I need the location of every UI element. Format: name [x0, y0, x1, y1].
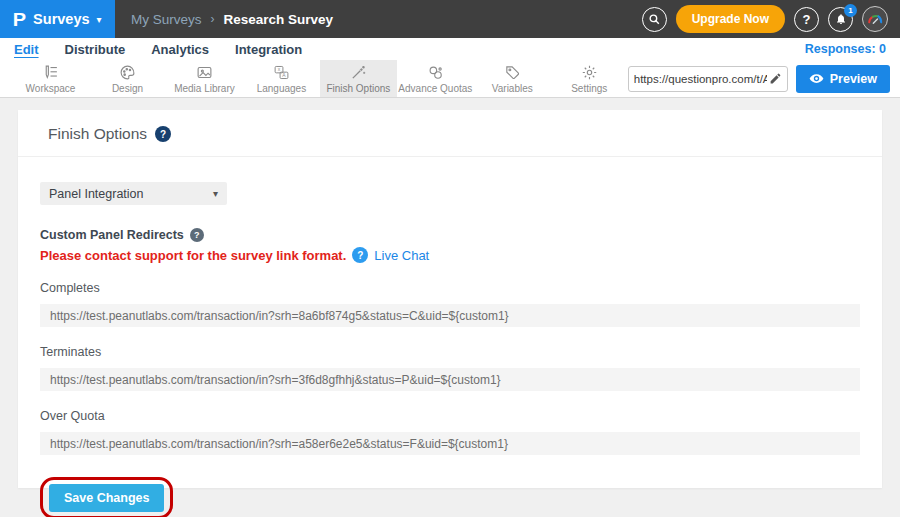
save-area: Save Changes: [40, 477, 860, 517]
page-title: Finish Options: [48, 125, 147, 143]
tab-analytics[interactable]: Analytics: [151, 42, 209, 57]
toolbar-tab-languages[interactable]: x A Languages: [243, 60, 320, 97]
palette-icon: [119, 64, 136, 81]
toolbar-tab-settings[interactable]: Settings: [551, 60, 628, 97]
chain-link-icon: [427, 64, 444, 81]
custom-panel-redirects-row: Custom Panel Redirects ?: [40, 228, 860, 242]
gear-icon: [581, 64, 598, 81]
image-icon: [196, 64, 213, 81]
svg-text:A: A: [282, 73, 286, 78]
live-chat-help-icon[interactable]: ?: [352, 247, 368, 263]
account-avatar[interactable]: [862, 6, 888, 32]
toolbar-tab-advance-quotas[interactable]: Advance Quotas: [397, 60, 474, 97]
terminates-url-input[interactable]: [40, 368, 860, 391]
support-note-text: Please contact support for the survey li…: [40, 248, 346, 263]
tab-integration[interactable]: Integration: [235, 42, 302, 57]
responses-count[interactable]: Responses: 0: [805, 42, 886, 56]
tab-edit[interactable]: Edit: [14, 42, 39, 57]
translate-icon: x A: [273, 64, 290, 81]
finish-options-help-icon[interactable]: ?: [155, 126, 171, 142]
toolbar-tab-label: Advance Quotas: [398, 83, 472, 94]
notification-count-badge: 1: [844, 4, 857, 17]
avatar-gauge-icon: [865, 9, 885, 29]
tag-icon: [504, 64, 521, 81]
toolbar-tab-workspace[interactable]: Workspace: [12, 60, 89, 97]
over-quota-label: Over Quota: [40, 409, 860, 423]
chevron-down-icon: ▾: [213, 188, 218, 199]
chevron-down-icon: ▾: [97, 14, 102, 25]
terminates-label: Terminates: [40, 345, 860, 359]
finish-option-type-select[interactable]: Panel Integration ▾: [40, 182, 227, 205]
custom-panel-redirects-help-icon[interactable]: ?: [190, 228, 204, 242]
support-note-row: Please contact support for the survey li…: [40, 247, 860, 263]
edit-toolbar: Workspace Design Media Library x A Langu…: [0, 60, 900, 98]
completes-url-input[interactable]: [40, 304, 860, 327]
red-highlight-annotation: Save Changes: [40, 477, 173, 517]
live-chat-link[interactable]: Live Chat: [374, 248, 429, 263]
card-body: Panel Integration ▾ Custom Panel Redirec…: [18, 157, 882, 517]
toolbar-tab-label: Languages: [257, 83, 307, 94]
questionpro-logo-icon: P: [13, 10, 26, 29]
survey-url-box[interactable]: [628, 66, 788, 92]
main-content: Finish Options ? Panel Integration ▾ Cus…: [0, 98, 900, 517]
toolbar-tab-label: Workspace: [26, 83, 76, 94]
breadcrumb-current-survey: Research Survey: [224, 12, 334, 27]
survey-section-nav: Edit Distribute Analytics Integration Re…: [0, 38, 900, 60]
toolbar-tab-label: Variables: [492, 83, 533, 94]
help-button[interactable]: ?: [794, 7, 819, 32]
toolbar-tab-variables[interactable]: Variables: [474, 60, 551, 97]
edit-pencil-icon[interactable]: [769, 72, 782, 85]
selected-option-label: Panel Integration: [49, 187, 144, 201]
toolbar-tab-media-library[interactable]: Media Library: [166, 60, 243, 97]
custom-panel-redirects-label: Custom Panel Redirects: [40, 228, 184, 242]
preview-button[interactable]: Preview: [796, 65, 890, 93]
toolbar-tab-label: Media Library: [174, 83, 235, 94]
completes-label: Completes: [40, 281, 860, 295]
notifications-button[interactable]: 1: [828, 7, 853, 32]
search-button[interactable]: [642, 7, 667, 32]
finish-options-card: Finish Options ? Panel Integration ▾ Cus…: [18, 110, 882, 488]
magic-wand-icon: [350, 64, 367, 81]
breadcrumb-separator-icon: ›: [211, 12, 215, 26]
save-changes-button[interactable]: Save Changes: [49, 484, 164, 512]
over-quota-field-group: Over Quota: [40, 409, 860, 455]
app-window: P Surveys ▾ My Surveys › Research Survey…: [0, 0, 900, 517]
search-icon: [648, 13, 661, 26]
toolbar-tab-finish-options[interactable]: Finish Options: [320, 60, 397, 97]
top-bar: P Surveys ▾ My Surveys › Research Survey…: [0, 0, 900, 38]
toolbar-tab-label: Finish Options: [326, 83, 390, 94]
tab-distribute[interactable]: Distribute: [65, 42, 126, 57]
product-switcher[interactable]: P Surveys ▾: [0, 0, 115, 38]
breadcrumb: My Surveys › Research Survey: [131, 0, 333, 38]
product-name: Surveys: [33, 11, 89, 27]
workspace-icon: [42, 64, 59, 81]
preview-button-label: Preview: [830, 72, 877, 86]
toolbar-right: Preview: [628, 60, 900, 97]
eye-icon: [809, 71, 824, 86]
survey-url-input[interactable]: [634, 73, 767, 85]
topbar-actions: Upgrade Now ? 1: [642, 0, 900, 38]
toolbar-tab-label: Settings: [571, 83, 607, 94]
toolbar-tab-design[interactable]: Design: [89, 60, 166, 97]
completes-field-group: Completes: [40, 281, 860, 327]
toolbar-tab-label: Design: [112, 83, 143, 94]
over-quota-url-input[interactable]: [40, 432, 860, 455]
question-icon: ?: [803, 12, 811, 27]
upgrade-now-button[interactable]: Upgrade Now: [676, 5, 785, 33]
breadcrumb-my-surveys[interactable]: My Surveys: [131, 12, 202, 27]
terminates-field-group: Terminates: [40, 345, 860, 391]
svg-text:x: x: [278, 67, 281, 72]
card-header: Finish Options ?: [18, 110, 882, 157]
